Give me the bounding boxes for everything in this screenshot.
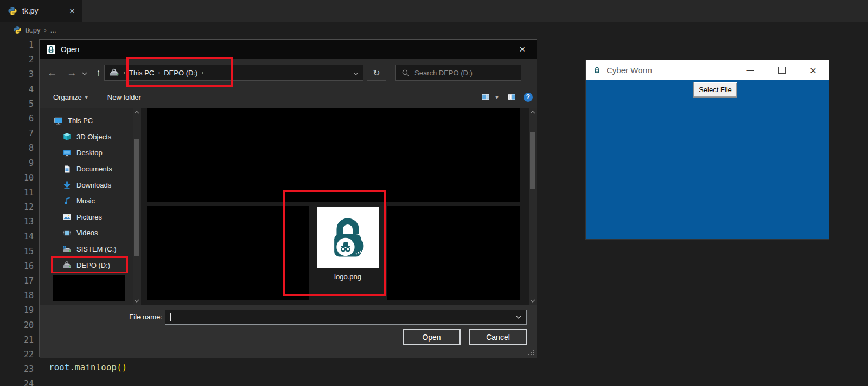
code-token: () [117, 363, 127, 372]
organize-label: Organize [53, 93, 82, 101]
breadcrumb[interactable]: tk.py › ... [13, 22, 56, 38]
file-name-dropdown-chevron-icon[interactable] [516, 316, 521, 319]
recent-locations-chevron-icon[interactable] [82, 68, 87, 78]
refresh-button[interactable]: ↻ [367, 65, 386, 81]
help-button[interactable]: ? [524, 93, 533, 102]
view-thumbnails-icon[interactable] [481, 93, 490, 101]
breadcrumb-more[interactable]: ... [50, 26, 56, 34]
new-folder-button[interactable]: New folder [107, 93, 141, 101]
address-bar[interactable]: › This PC›DEPO (D:)› [104, 65, 363, 81]
this-pc-icon [54, 117, 63, 125]
line-number: 8 [0, 141, 34, 156]
dialog-title: Open [61, 45, 79, 54]
cancel-button[interactable]: Cancel [469, 329, 527, 345]
sidebar-item-downloads[interactable]: Downloads [40, 177, 133, 193]
sidebar-scrollbar-thumb[interactable] [134, 139, 139, 256]
address-crumb[interactable]: This PC [129, 69, 154, 77]
dialog-navigation-bar: ← → ↑ › This PC›DEPO (D:)› ↻ Search DEPO… [40, 59, 537, 86]
file-thumbnail [317, 207, 379, 268]
scroll-down-icon[interactable] [133, 297, 141, 305]
desktop-icon [62, 149, 72, 157]
breadcrumb-file[interactable]: tk.py [25, 26, 40, 34]
tab-title: tk.py [22, 7, 39, 15]
preview-pane-icon[interactable] [507, 93, 516, 101]
line-number: 1 [0, 38, 34, 53]
code-line-23: root.mainloop() [49, 360, 127, 375]
address-dropdown-chevron-icon[interactable] [353, 69, 359, 77]
dialog-title-bar[interactable]: Open × [40, 40, 537, 59]
view-options-caret-icon[interactable]: ▼ [494, 94, 500, 100]
select-file-button[interactable]: Select File [693, 82, 737, 98]
sidebar-item-drive-system[interactable]: SISTEM (C:) [40, 241, 133, 258]
files-scrollbar-thumb[interactable] [530, 132, 535, 189]
toolbar-right-icons: ▼ ? [481, 93, 533, 102]
sidebar-item-label: DEPO (D:) [76, 261, 110, 269]
file-item-label: logo.png [309, 273, 387, 281]
sidebar-item-pictures[interactable]: Pictures [40, 209, 133, 226]
open-button[interactable]: Open [403, 329, 461, 345]
drive-lock-icon [62, 261, 72, 269]
search-icon [401, 69, 410, 77]
line-number: 5 [0, 97, 34, 112]
window-title: Cyber Worm [607, 66, 652, 75]
line-number-gutter: 123456789101112131415161718192021222324 [0, 38, 34, 386]
scroll-down-icon[interactable] [529, 297, 537, 305]
editor-tab-tkpy[interactable]: tk.py × [0, 0, 82, 22]
cyber-worm-window: Cyber Worm — × Select File [586, 60, 829, 239]
sidebar-item-documents[interactable]: Documents [40, 161, 133, 177]
line-number: 12 [0, 200, 34, 215]
forward-icon[interactable]: → [67, 68, 76, 78]
close-button[interactable]: × [797, 60, 829, 80]
line-number: 6 [0, 112, 34, 126]
redacted-file-thumbnail [147, 108, 520, 202]
line-number: 21 [0, 333, 34, 348]
line-number: 15 [0, 245, 34, 259]
sidebar-item-label: Desktop [76, 149, 103, 157]
line-number: 9 [0, 156, 34, 171]
tab-close-icon[interactable]: × [69, 7, 75, 16]
line-number: 3 [0, 67, 34, 82]
drive-lock-icon [109, 68, 119, 77]
3d-objects-icon [62, 132, 72, 141]
code-token: . [70, 363, 75, 372]
sidebar-item-videos[interactable]: Videos [40, 225, 133, 241]
dialog-content: This PC3D ObjectsDesktopDocumentsDownloa… [40, 108, 537, 305]
code-token: mainloop [75, 363, 117, 372]
resize-grip[interactable] [528, 349, 534, 356]
chevron-down-icon: ▾ [85, 94, 88, 100]
music-icon [62, 197, 72, 205]
minimize-button[interactable]: — [735, 60, 766, 80]
line-number: 10 [0, 171, 34, 185]
sidebar-item-music[interactable]: Music [40, 193, 133, 209]
back-icon[interactable]: ← [47, 68, 57, 78]
up-icon[interactable]: ↑ [96, 68, 101, 78]
editor-tab-bar: tk.py × [0, 0, 868, 22]
file-name-input[interactable] [165, 310, 527, 325]
line-number: 11 [0, 185, 34, 200]
sidebar-item-label: Documents [76, 165, 112, 173]
address-crumb[interactable]: DEPO (D:) [164, 69, 197, 77]
chevron-right-icon: › [201, 69, 203, 76]
refresh-icon: ↻ [373, 68, 380, 78]
sidebar-item-drive-lock[interactable]: DEPO (D:) [40, 257, 133, 273]
scroll-up-icon[interactable] [133, 108, 141, 116]
sidebar-item-this-pc[interactable]: This PC [40, 113, 133, 129]
line-number: 16 [0, 259, 34, 274]
line-number: 7 [0, 126, 34, 141]
python-icon [8, 6, 17, 16]
sidebar-scrollbar[interactable] [133, 108, 141, 305]
file-name-label: File name: [126, 310, 162, 325]
files-scrollbar[interactable] [529, 108, 537, 305]
line-number: 22 [0, 348, 34, 362]
organize-button[interactable]: Organize ▾ [53, 93, 88, 101]
sidebar-item-3d-objects[interactable]: 3D Objects [40, 129, 133, 145]
dialog-close-icon[interactable]: × [515, 44, 529, 54]
drive-system-icon [62, 245, 72, 254]
search-box[interactable]: Search DEPO (D:) [395, 65, 521, 81]
sidebar-item-desktop[interactable]: Desktop [40, 145, 133, 161]
cyber-worm-title-bar[interactable]: Cyber Worm — × [586, 60, 829, 80]
file-item-logo-png[interactable]: logo.png [309, 206, 387, 300]
maximize-button[interactable] [766, 60, 797, 80]
scroll-up-icon[interactable] [529, 108, 537, 116]
sidebar-item-label: Videos [76, 229, 98, 237]
